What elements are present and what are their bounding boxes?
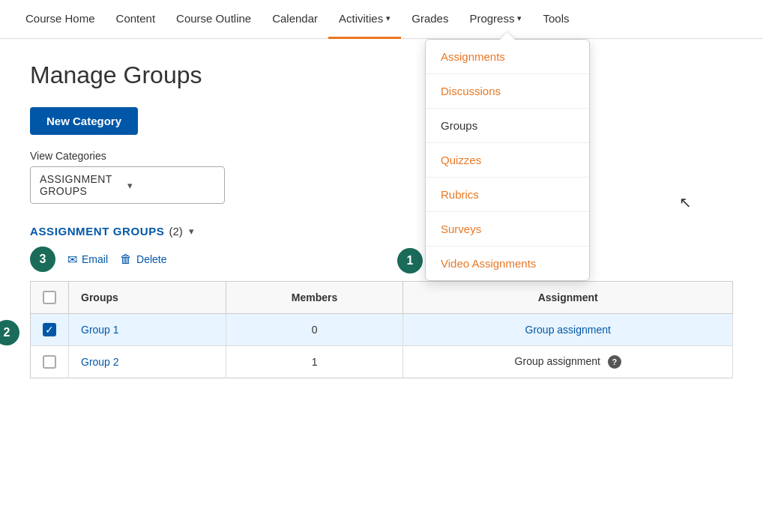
dropdown-rubrics[interactable]: Rubrics	[426, 178, 589, 212]
new-category-button[interactable]: New Category	[30, 107, 138, 135]
table-row: Group 2 1 Group assignment ?	[31, 346, 733, 378]
dropdown-assignments[interactable]: Assignments	[426, 40, 589, 74]
email-button[interactable]: ✉ Email	[67, 253, 108, 267]
group1-link[interactable]: Group 1	[81, 324, 119, 336]
row2-assignment-cell: Group assignment ?	[403, 346, 733, 378]
row2-checkbox-cell	[31, 346, 69, 378]
nav-course-outline[interactable]: Course Outline	[166, 0, 262, 39]
cursor-pointer: ↖	[679, 193, 692, 211]
nav-content[interactable]: Content	[106, 0, 166, 39]
dropdown-groups[interactable]: Groups	[426, 109, 589, 143]
dropdown-caret	[500, 32, 515, 40]
col-checkbox-header	[31, 282, 69, 314]
delete-button[interactable]: 🗑 Delete	[120, 253, 166, 266]
col-members-header: Members	[226, 282, 403, 314]
section-count: (2)	[169, 225, 182, 238]
table-row: ✓ Group 1 0 Group assignment	[31, 314, 733, 346]
row1-checkbox-cell: ✓	[31, 314, 69, 346]
nav-tools[interactable]: Tools	[532, 0, 579, 39]
email-icon: ✉	[67, 253, 77, 267]
group2-link[interactable]: Group 2	[81, 356, 119, 368]
select-chevron-icon: ▾	[127, 180, 215, 191]
section-header: ASSIGNMENT GROUPS (2) ▾	[30, 225, 733, 238]
help-icon[interactable]: ?	[608, 355, 621, 369]
col-assignment-header: Assignment	[403, 282, 733, 314]
nav-grades[interactable]: Grades	[401, 0, 459, 39]
row1-group-cell: Group 1	[69, 314, 226, 346]
badge-2: 2	[0, 320, 19, 345]
dropdown-discussions[interactable]: Discussions	[426, 74, 589, 109]
col-groups-header: Groups	[69, 282, 226, 314]
dropdown-surveys[interactable]: Surveys	[426, 212, 589, 247]
dropdown-quizzes[interactable]: Quizzes	[426, 143, 589, 178]
activities-chevron-icon: ▾	[386, 13, 390, 23]
row1-checkbox[interactable]: ✓	[43, 323, 56, 336]
section-collapse-icon[interactable]: ▾	[189, 226, 194, 237]
view-categories-label: View Categories	[30, 150, 733, 162]
section-title[interactable]: ASSIGNMENT GROUPS	[30, 225, 164, 238]
page-title: Manage Groups	[30, 61, 733, 89]
row2-members-cell: 1	[226, 346, 403, 378]
main-content: Manage Groups New Category 1 View Catego…	[0, 39, 763, 401]
nav-calendar[interactable]: Calendar	[262, 0, 328, 39]
row2-checkbox[interactable]	[43, 355, 56, 369]
select-all-checkbox[interactable]	[43, 291, 56, 304]
progress-chevron-icon: ▾	[517, 13, 522, 23]
top-navigation: Course Home Content Course Outline Calen…	[0, 0, 763, 39]
row1-assignment-link[interactable]: Group assignment	[525, 324, 611, 336]
category-select[interactable]: ASSIGNMENT GROUPS ▾	[30, 166, 225, 204]
activities-dropdown: Assignments Discussions Groups Quizzes R…	[425, 39, 590, 281]
row1-members-cell: 0	[226, 314, 403, 346]
nav-activities[interactable]: Activities ▾	[328, 0, 401, 39]
nav-progress[interactable]: Progress ▾	[459, 0, 532, 39]
row1-assignment-cell: Group assignment	[403, 314, 733, 346]
dropdown-video-assignments[interactable]: Video Assignments	[426, 247, 589, 280]
row2-group-cell: Group 2	[69, 346, 226, 378]
groups-table: Groups Members Assignment ✓ Group 1 0	[30, 281, 733, 378]
badge-3: 3	[30, 247, 55, 272]
delete-icon: 🗑	[120, 253, 132, 266]
nav-course-home[interactable]: Course Home	[15, 0, 106, 39]
